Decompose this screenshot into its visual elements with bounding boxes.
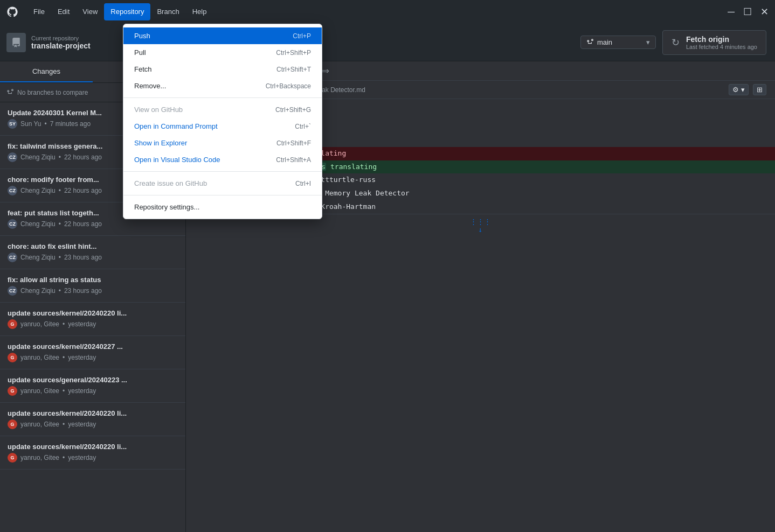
- commit-title: update sources/general/20240223 ...: [8, 376, 178, 384]
- menu-item-label: Show in Explorer: [134, 139, 187, 147]
- repo-info: Current repository translate-project: [31, 35, 91, 50]
- repository-menu: Push Ctrl+P Pull Ctrl+Shift+P Fetch Ctrl…: [123, 24, 322, 219]
- commit-meta: G yanruo, Gitee • yesterday: [8, 386, 178, 396]
- menu-shortcut: Ctrl+Shift+T: [276, 66, 311, 73]
- menu-item-edit[interactable]: Edit: [51, 3, 76, 20]
- menu-item-label: Create issue on GitHub: [134, 179, 207, 187]
- commit-author: Cheng Ziqiu: [20, 153, 56, 161]
- commit-meta: G yanruo, Gitee • yesterday: [8, 453, 178, 463]
- avatar: G: [8, 319, 17, 329]
- commit-list-item[interactable]: update sources/kernel/20240220 li... G y…: [0, 403, 185, 436]
- menu-shortcut: Ctrl+Shift+G: [275, 106, 311, 114]
- commit-list-item[interactable]: fix: allow all string as status CZ Cheng…: [0, 269, 185, 303]
- menu-item-view[interactable]: View: [76, 3, 104, 20]
- menu-item-show-in-explorer[interactable]: Show in Explorer Ctrl+Shift+F: [123, 135, 322, 151]
- repo-icon: [6, 33, 26, 52]
- maximize-button[interactable]: ☐: [743, 7, 752, 17]
- commit-author: Cheng Ziqiu: [20, 254, 56, 261]
- commit-author: Sun Yu: [20, 120, 41, 128]
- avatar: CZ: [8, 219, 17, 229]
- commit-author: yanruo, Gitee: [20, 320, 59, 328]
- minimize-button[interactable]: ─: [728, 7, 735, 17]
- commit-time: 23 hours ago: [64, 287, 102, 295]
- repo-label: Current repository: [31, 35, 91, 41]
- diff-code: status: translating: [253, 147, 775, 160]
- commit-title: update sources/kernel/20240227 ...: [8, 342, 178, 351]
- commit-meta: G yanruo, Gitee • yesterday: [8, 319, 178, 329]
- commit-list-item[interactable]: update sources/general/20240223 ... G ya…: [0, 369, 185, 403]
- menu-item-pull[interactable]: Pull Ctrl+Shift+P: [123, 44, 322, 61]
- commit-list-item[interactable]: chore: auto fix eslint hint... CZ Cheng …: [0, 236, 185, 269]
- commit-meta: CZ Cheng Ziqiu • 23 hours ago: [8, 253, 178, 262]
- close-button[interactable]: ✕: [760, 7, 769, 17]
- avatar: CZ: [8, 152, 17, 162]
- menu-item-remove---[interactable]: Remove... Ctrl+Backspace: [123, 78, 322, 94]
- fetch-title: Fetch origin: [686, 35, 757, 44]
- avatar: G: [8, 419, 17, 429]
- commit-meta: CZ Cheng Ziqiu • 23 hours ago: [8, 286, 178, 296]
- branch-compare-text: No branches to compare: [17, 89, 88, 96]
- fetch-origin-button[interactable]: ↻ Fetch origin Last fetched 4 minutes ag…: [662, 30, 766, 55]
- diff-expand-icon[interactable]: ⊞: [753, 84, 766, 95]
- menu-shortcut: Ctrl+Shift+A: [276, 156, 311, 164]
- menu-item-help[interactable]: Help: [186, 3, 213, 20]
- refresh-icon: ↻: [672, 37, 680, 48]
- menu-shortcut: Ctrl+Shift+F: [276, 139, 311, 147]
- commit-author: Cheng Ziqiu: [20, 187, 56, 194]
- commit-author: yanruo, Gitee: [20, 354, 59, 361]
- branch-selector-icon: [586, 39, 594, 46]
- menu-item-open-in-command-prompt[interactable]: Open in Command Prompt Ctrl+`: [123, 118, 322, 135]
- menu-shortcut: Ctrl+Backspace: [266, 82, 311, 90]
- commit-meta: CZ Cheng Ziqiu • 22 hours ago: [8, 219, 178, 229]
- branch-selector[interactable]: main ▾: [580, 36, 656, 49]
- menu-item-push[interactable]: Push Ctrl+P: [123, 27, 322, 44]
- commit-list-item[interactable]: update sources/kernel/20240220 li... G y…: [0, 303, 185, 336]
- menu-item-label: Push: [134, 32, 150, 40]
- avatar: CZ: [8, 286, 17, 296]
- menu-shortcut: Ctrl+I: [295, 180, 311, 187]
- tab-changes[interactable]: Changes: [0, 61, 93, 82]
- menu-item-repository[interactable]: Repository: [104, 3, 150, 20]
- menu-divider: [123, 97, 322, 98]
- menu-item-branch[interactable]: Branch: [150, 3, 185, 20]
- avatar: SY: [8, 119, 17, 129]
- menu-item-fetch[interactable]: Fetch Ctrl+Shift+T: [123, 61, 322, 78]
- commit-time: 22 hours ago: [64, 187, 102, 194]
- menu-item-label: Open in Visual Studio Code: [134, 156, 220, 164]
- diff-code: status: xxx is translating: [253, 160, 775, 174]
- menu-item-label: Pull: [134, 48, 146, 57]
- branch-chevron-icon: ▾: [646, 38, 650, 46]
- diff-code: title: Kernel Memory Leak Detector: [253, 187, 775, 200]
- diff-settings-icon[interactable]: ⚙ ▾: [729, 84, 749, 95]
- commit-time: yesterday: [68, 421, 96, 428]
- menu-item-open-in-visual-studio-code[interactable]: Open in Visual Studio Code Ctrl+Shift+A: [123, 151, 322, 168]
- commit-author: Cheng Ziqiu: [20, 220, 56, 228]
- commit-time: yesterday: [68, 354, 96, 361]
- commit-author: yanruo, Gitee: [20, 387, 59, 395]
- repo-name: translate-project: [31, 41, 91, 50]
- commit-list-item[interactable]: update sources/kernel/20240220 li... G y…: [0, 436, 185, 470]
- commit-time: yesterday: [68, 320, 96, 328]
- menu-item-repository-settings---[interactable]: Repository settings...: [123, 199, 322, 215]
- commit-author: yanruo, Gitee: [20, 421, 59, 428]
- avatar: G: [8, 353, 17, 362]
- commit-meta: G yanruo, Gitee • yesterday: [8, 419, 178, 429]
- app-body: Current repository translate-project ▾ C…: [0, 24, 775, 532]
- commit-title: chore: auto fix eslint hint...: [8, 242, 178, 250]
- commit-time: 23 hours ago: [64, 254, 102, 261]
- commit-meta: G yanruo, Gitee • yesterday: [8, 353, 178, 362]
- fetch-subtitle: Last fetched 4 minutes ago: [686, 44, 757, 50]
- menu-item-label: Repository settings...: [134, 203, 199, 211]
- commit-list-item[interactable]: update sources/kernel/20240227 ... G yan…: [0, 336, 185, 369]
- fetch-text: Fetch origin Last fetched 4 minutes ago: [686, 35, 757, 50]
- commit-author: yanruo, Gitee: [20, 454, 59, 461]
- window-controls: ─ ☐ ✕: [728, 7, 769, 17]
- avatar: G: [8, 453, 17, 463]
- menu-item-file[interactable]: File: [27, 3, 51, 20]
- menu-divider: [123, 195, 322, 195]
- commit-time: 22 hours ago: [64, 220, 102, 228]
- diff-code: author: Greg Kroah-Hartman: [253, 200, 775, 214]
- diff-path-controls: ⚙ ▾ ⊞: [729, 84, 766, 95]
- avatar: G: [8, 386, 17, 396]
- diff-code: ---: [253, 134, 775, 147]
